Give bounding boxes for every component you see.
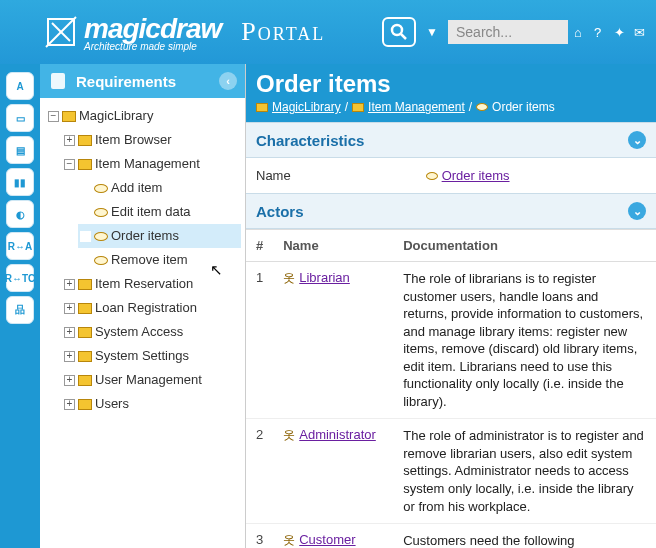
tree-root[interactable]: − MagicLibrary xyxy=(46,104,241,128)
actor-icon: 옷 xyxy=(283,532,295,548)
mail-icon[interactable]: ✉ xyxy=(634,25,648,39)
rail-btn-ra[interactable]: R↔A xyxy=(6,232,34,260)
tree-item[interactable]: +System Access xyxy=(62,320,241,344)
actor-link[interactable]: Librarian xyxy=(299,270,350,285)
content-header: Order items MagicLibrary / Item Manageme… xyxy=(246,64,656,122)
sidebar-title: Requirements xyxy=(76,73,176,90)
requirements-icon xyxy=(48,71,68,91)
breadcrumb-link[interactable]: Item Management xyxy=(368,100,465,114)
rail-btn-book[interactable]: ▮▮ xyxy=(6,168,34,196)
rail-btn-rtc[interactable]: R↔TC xyxy=(6,264,34,292)
logo-mark-icon xyxy=(44,15,78,49)
rail-btn-doc[interactable]: ▭ xyxy=(6,104,34,132)
content: Order items MagicLibrary / Item Manageme… xyxy=(246,64,656,548)
tree-item[interactable]: Order items xyxy=(78,224,241,248)
sidebar-back-button[interactable]: ‹ xyxy=(219,72,237,90)
tree-item[interactable]: +Item Reservation xyxy=(62,272,241,296)
page-title: Order items xyxy=(256,70,646,98)
actor-link[interactable]: Customer xyxy=(299,532,355,547)
search-input[interactable] xyxy=(448,20,568,44)
table-row: 1옷LibrarianThe role of librarians is to … xyxy=(246,262,656,419)
top-banner: magicdraw Architecture made simple Porta… xyxy=(0,0,656,64)
help-icon[interactable]: ? xyxy=(594,25,608,39)
usecase-icon xyxy=(426,172,438,180)
tree-item[interactable]: Edit item data xyxy=(78,200,241,224)
tree-item[interactable]: Add item xyxy=(78,176,241,200)
col-doc: Documentation xyxy=(393,230,656,262)
rail-btn-a[interactable]: A xyxy=(6,72,34,100)
tree-item[interactable]: Remove item xyxy=(78,248,241,272)
tree-item-label: Users xyxy=(95,393,129,415)
row-num: 2 xyxy=(246,419,273,524)
folder-icon xyxy=(78,279,92,290)
actor-icon: 옷 xyxy=(283,270,295,287)
tree-item[interactable]: −Item Management xyxy=(62,152,241,176)
tree-item-label: User Management xyxy=(95,369,202,391)
table-row: 3옷CustomerCustomers need the following f… xyxy=(246,524,656,548)
folder-icon xyxy=(62,111,76,122)
folder-icon xyxy=(352,103,364,112)
actor-link[interactable]: Administrator xyxy=(299,427,376,442)
col-name: Name xyxy=(273,230,393,262)
usecase-icon xyxy=(94,232,108,241)
settings-icon[interactable]: ✦ xyxy=(614,25,628,39)
actor-doc: The role of librarians is to register cu… xyxy=(393,262,656,419)
tree-item[interactable]: +Users xyxy=(62,392,241,416)
char-name-label: Name xyxy=(256,168,416,183)
actor-icon: 옷 xyxy=(283,427,295,444)
chevron-down-icon: ⌄ xyxy=(628,131,646,149)
usecase-icon xyxy=(94,184,108,193)
actor-doc: Customers need the following functionali… xyxy=(393,524,656,548)
svg-point-3 xyxy=(392,25,402,35)
left-rail: A ▭ ▤ ▮▮ ◐ R↔A R↔TC 品 xyxy=(0,64,40,548)
section-title: Actors xyxy=(256,203,304,220)
search-button[interactable] xyxy=(382,17,416,47)
folder-icon xyxy=(78,375,92,386)
tree-item-label: Order items xyxy=(111,225,179,247)
breadcrumb-current: Order items xyxy=(492,100,555,114)
tree-item-label: Add item xyxy=(111,177,162,199)
tree-item-label: System Access xyxy=(95,321,183,343)
actor-doc: The role of administrator is to register… xyxy=(393,419,656,524)
tree-item-label: Edit item data xyxy=(111,201,191,223)
rail-btn-eye[interactable]: ◐ xyxy=(6,200,34,228)
svg-line-4 xyxy=(401,34,406,39)
tree: − MagicLibrary +Item Browser−Item Manage… xyxy=(40,98,245,548)
tree-item-label: Item Management xyxy=(95,153,200,175)
table-row: 2옷AdministratorThe role of administrator… xyxy=(246,419,656,524)
rail-btn-list[interactable]: ▤ xyxy=(6,136,34,164)
folder-icon xyxy=(78,327,92,338)
row-num: 1 xyxy=(246,262,273,419)
svg-rect-5 xyxy=(51,73,65,89)
usecase-icon xyxy=(94,208,108,217)
section-characteristics[interactable]: Characteristics ⌄ xyxy=(246,122,656,158)
section-title: Characteristics xyxy=(256,132,364,149)
portal-title: Portal xyxy=(241,17,325,47)
tree-item[interactable]: +Item Browser xyxy=(62,128,241,152)
tree-item[interactable]: +User Management xyxy=(62,368,241,392)
sidebar-header: Requirements ‹ xyxy=(40,64,245,98)
tree-item-label: Loan Registration xyxy=(95,297,197,319)
tree-item-label: System Settings xyxy=(95,345,189,367)
folder-icon xyxy=(256,103,268,112)
col-num: # xyxy=(246,230,273,262)
folder-icon xyxy=(78,159,92,170)
search-dropdown[interactable]: ▼ xyxy=(426,25,438,39)
rail-btn-diagram[interactable]: 品 xyxy=(6,296,34,324)
home-icon[interactable]: ⌂ xyxy=(574,25,588,39)
section-actors[interactable]: Actors ⌄ xyxy=(246,193,656,229)
actors-table: # Name Documentation 1옷LibrarianThe role… xyxy=(246,229,656,548)
tree-item-label: Remove item xyxy=(111,249,188,271)
sidebar: Requirements ‹ − MagicLibrary +Item Brow… xyxy=(40,64,246,548)
row-num: 3 xyxy=(246,524,273,548)
tree-item[interactable]: +Loan Registration xyxy=(62,296,241,320)
folder-icon xyxy=(78,399,92,410)
tree-item-label: Item Reservation xyxy=(95,273,193,295)
char-name-link[interactable]: Order items xyxy=(442,168,510,183)
tree-item[interactable]: +System Settings xyxy=(62,344,241,368)
chevron-down-icon: ⌄ xyxy=(628,202,646,220)
breadcrumb: MagicLibrary / Item Management / Order i… xyxy=(256,100,646,114)
usecase-icon xyxy=(476,103,488,111)
breadcrumb-link[interactable]: MagicLibrary xyxy=(272,100,341,114)
logo-text: magicdraw xyxy=(84,13,221,44)
